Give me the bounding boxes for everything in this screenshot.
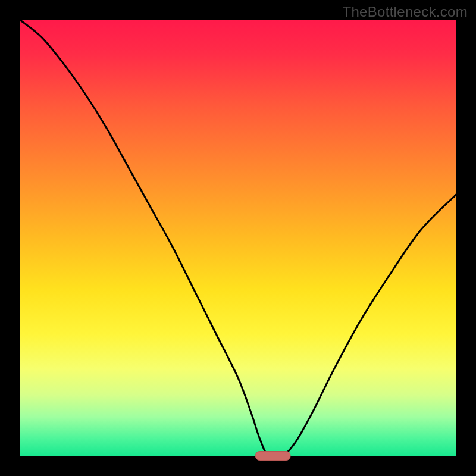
optimal-marker bbox=[255, 452, 290, 461]
chart-frame: TheBottleneck.com bbox=[0, 0, 476, 476]
bottleneck-chart bbox=[0, 0, 476, 476]
watermark-label: TheBottleneck.com bbox=[342, 4, 468, 20]
plot-background bbox=[20, 20, 456, 456]
